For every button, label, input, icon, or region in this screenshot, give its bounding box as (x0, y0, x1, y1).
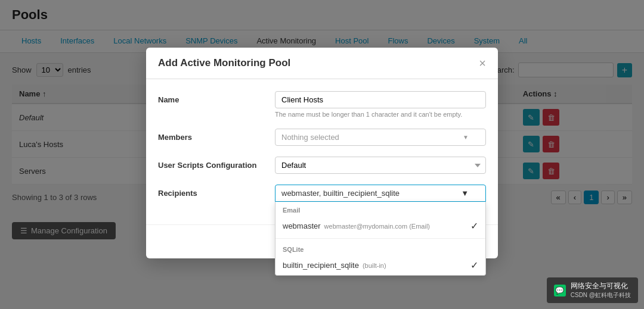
members-field: Nothing selected ▼ (275, 129, 486, 146)
name-field: The name must be longer than 1 character… (275, 91, 486, 118)
recipients-field-row: Recipients webmaster, builtin_recipient_… (158, 185, 486, 202)
members-placeholder: Nothing selected (281, 133, 339, 142)
recipients-field: webmaster, builtin_recipient_sqlite ▼ Em… (275, 185, 486, 202)
sqlite-section-label: SQLite (275, 241, 485, 249)
user-scripts-select[interactable]: Default (275, 157, 486, 174)
dropdown-item-webmaster[interactable]: webmaster webmaster@mydomain.com (Email)… (275, 216, 485, 236)
recipients-arrow-icon: ▼ (461, 189, 469, 198)
user-scripts-label: User Scripts Configuration (158, 157, 265, 170)
dropdown-divider (275, 238, 485, 239)
recipients-value: webmaster, builtin_recipient_sqlite (281, 189, 400, 198)
modal-header: Add Active Monitoring Pool × (146, 48, 498, 79)
item-name-webmaster: webmaster (283, 221, 321, 230)
name-input[interactable] (275, 91, 486, 108)
modal-title: Add Active Monitoring Pool (158, 57, 290, 69)
recipients-display[interactable]: webmaster, builtin_recipient_sqlite ▼ (275, 185, 486, 202)
item-main-webmaster: webmaster webmaster@mydomain.com (Email) (283, 221, 430, 230)
members-field-row: Members Nothing selected ▼ (158, 129, 486, 146)
name-field-row: Name The name must be longer than 1 char… (158, 91, 486, 118)
modal-body: Name The name must be longer than 1 char… (146, 79, 498, 224)
members-arrow-icon: ▼ (463, 134, 469, 141)
check-icon-webmaster: ✓ (470, 220, 478, 232)
recipients-label: Recipients (158, 185, 265, 198)
modal-overlay[interactable]: Add Active Monitoring Pool × Name The na… (0, 0, 644, 249)
name-hint: The name must be longer than 1 character… (275, 111, 486, 118)
modal-close-button[interactable]: × (479, 57, 486, 69)
user-scripts-field-row: User Scripts Configuration Default (158, 157, 486, 174)
recipients-dropdown: Email webmaster webmaster@mydomain.com (… (275, 202, 486, 249)
members-multiselect[interactable]: Nothing selected ▼ (275, 129, 486, 146)
name-label: Name (158, 91, 265, 104)
user-scripts-field: Default (275, 157, 486, 174)
item-detail-webmaster: webmaster@mydomain.com (Email) (324, 223, 430, 230)
members-label: Members (158, 129, 265, 142)
modal-dialog: Add Active Monitoring Pool × Name The na… (146, 48, 498, 249)
email-section-label: Email (275, 202, 485, 216)
